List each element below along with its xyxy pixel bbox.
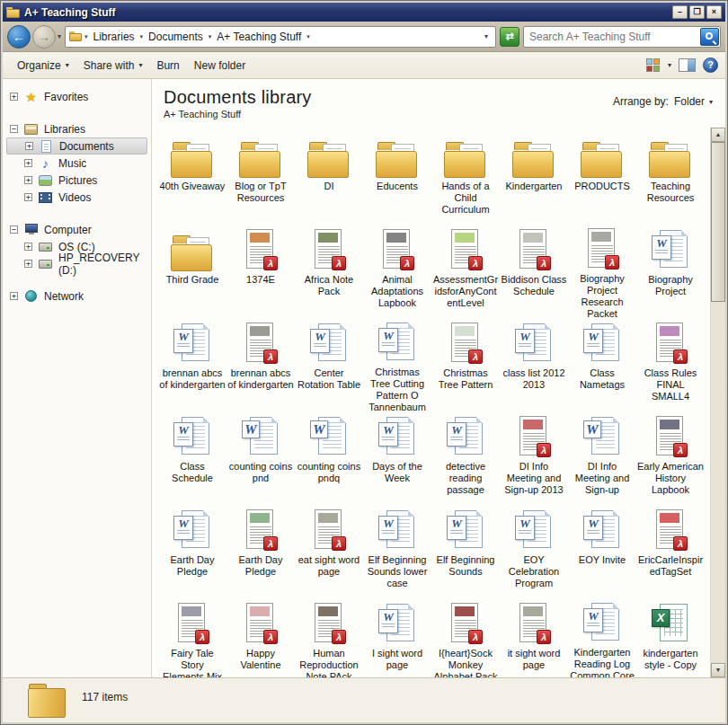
file-item[interactable]: λit sight word page [500, 600, 568, 677]
file-item[interactable]: Wclass list 2012 2013 [500, 320, 568, 413]
sidebar-item-network[interactable]: +Network [6, 287, 147, 305]
expand-icon[interactable]: + [25, 142, 33, 150]
arrange-by-dropdown[interactable]: Folder ▾ [674, 95, 713, 108]
file-item[interactable]: λAfrica Note Pack [295, 226, 363, 320]
burn-button[interactable]: Burn [149, 56, 186, 75]
expand-icon[interactable]: + [24, 176, 32, 184]
change-view-button[interactable] [646, 58, 661, 73]
recent-pages-chevron-icon[interactable]: ▾ [58, 32, 61, 40]
file-item[interactable]: WKindergarten Reading Log Common Core Co [568, 600, 636, 677]
file-item[interactable]: λChristmas Tree Pattern [431, 320, 500, 413]
expand-icon[interactable]: + [10, 292, 18, 300]
file-item[interactable]: WDI Info Meeting and Sign-up [568, 413, 636, 507]
search-button[interactable] [700, 28, 719, 46]
file-item[interactable]: WEarth Day Pledge [158, 507, 226, 600]
file-item[interactable]: λ1374E [226, 226, 295, 320]
back-button[interactable]: ← [7, 25, 31, 49]
organize-button[interactable]: Organize▾ [10, 56, 76, 75]
file-item[interactable]: 40th Giveaway [158, 133, 226, 226]
sidebar-item-music[interactable]: +♪Music [6, 155, 147, 172]
sidebar-item-videos[interactable]: +Videos [6, 189, 147, 206]
scroll-up-button[interactable]: ▲ [711, 128, 725, 142]
share-with-button[interactable]: Share with▾ [76, 56, 150, 75]
chevron-down-icon[interactable]: ▾ [206, 33, 215, 40]
file-item[interactable]: λI{heart}Sock Monkey Alphabet Pack [431, 600, 500, 677]
file-item[interactable]: λEricCarleInspiredTagSet [636, 507, 705, 600]
address-dropdown-icon[interactable]: ▾ [481, 32, 492, 40]
minimize-button[interactable]: – [672, 5, 688, 19]
file-item[interactable]: Wcounting coins pndq [295, 413, 363, 507]
file-item[interactable]: WChristmas Tree Cutting Pattern O Tannen… [363, 320, 431, 413]
file-item[interactable]: WElf Beginning Sounds [431, 507, 500, 600]
file-item[interactable]: WEOY Celebration Program [500, 507, 568, 600]
sidebar-item-favorites[interactable]: +★Favorites [6, 88, 147, 105]
file-item[interactable]: λeat sight word page [295, 507, 363, 600]
breadcrumb-folder-icon[interactable] [69, 31, 82, 41]
file-item[interactable]: Third Grade [158, 226, 226, 320]
file-item[interactable]: PRODUCTS [568, 133, 636, 226]
file-item[interactable]: Wdetective reading passage [431, 413, 500, 507]
file-item[interactable]: WClass Nametags [568, 320, 636, 413]
forward-button[interactable]: → [32, 25, 56, 49]
breadcrumb-item-a-teaching-stuff[interactable]: A+ Teaching Stuff [214, 29, 304, 45]
vertical-scrollbar[interactable]: ▲ ▼ [710, 128, 725, 677]
scrollbar-track[interactable] [711, 142, 725, 663]
search-input[interactable] [524, 31, 700, 43]
file-item[interactable]: WEOY Invite [568, 507, 636, 600]
file-item[interactable]: WCenter Rotation Table [295, 320, 363, 413]
file-item[interactable]: λHappy Valentine [226, 600, 295, 677]
sidebar-item-computer[interactable]: −Computer [6, 221, 147, 238]
expand-icon[interactable]: + [24, 243, 32, 251]
expand-icon[interactable]: + [24, 193, 32, 201]
sidebar-item-libraries[interactable]: −Libraries [6, 120, 147, 137]
expand-icon[interactable]: + [24, 159, 32, 167]
collapse-icon[interactable]: − [10, 125, 18, 133]
file-item[interactable]: λAssessmentGridsforAnyContentLevel [431, 226, 500, 320]
preview-pane-button[interactable] [679, 58, 696, 72]
file-item[interactable]: WClass Schedule [158, 413, 226, 507]
views-dropdown-icon[interactable]: ▾ [668, 61, 671, 69]
scrollbar-thumb[interactable] [711, 142, 725, 302]
file-item[interactable]: λAnimal Adaptations Lapbook [363, 226, 431, 320]
scroll-down-button[interactable]: ▼ [711, 663, 725, 677]
sidebar-item-pictures[interactable]: +Pictures [6, 172, 147, 189]
chevron-down-icon[interactable]: ▾ [304, 33, 313, 40]
file-item[interactable]: λEarly American History Lapbook [636, 413, 705, 507]
new-folder-button[interactable]: New folder [187, 56, 253, 75]
chevron-down-icon[interactable]: ▾ [82, 33, 91, 40]
file-item[interactable]: λbrennan abcs of kindergarten [226, 320, 295, 413]
file-item[interactable]: λClass Rules FINAL SMALL4 [636, 320, 705, 413]
expand-icon[interactable]: + [10, 93, 18, 101]
expand-icon[interactable]: + [24, 260, 32, 268]
file-item[interactable]: λHuman Reproduction Note PAck [295, 600, 363, 677]
file-item[interactable]: Educents [363, 133, 431, 226]
close-button[interactable]: × [706, 5, 722, 19]
help-button[interactable]: ? [703, 57, 718, 73]
sidebar-item-hp-recovery-d[interactable]: +HP_RECOVERY (D:) [6, 255, 147, 272]
breadcrumb-item-libraries[interactable]: Libraries [91, 29, 138, 45]
collapse-icon[interactable]: − [10, 225, 18, 234]
maximize-button[interactable]: ❒ [689, 5, 705, 19]
file-item[interactable]: DI [295, 133, 363, 226]
file-item[interactable]: λFairy Tale Story Elements Mix [158, 600, 226, 677]
file-item[interactable]: Teaching Resources [636, 133, 705, 226]
file-item[interactable]: WI sight word page [363, 600, 431, 677]
file-item[interactable]: Wcounting coins pnd [226, 413, 295, 507]
file-item[interactable]: Xkindergarten style - Copy [636, 600, 705, 677]
file-item[interactable]: λDI Info Meeting and Sign-up 2013 [500, 413, 568, 507]
chevron-down-icon[interactable]: ▾ [138, 33, 146, 40]
file-item[interactable]: Blog or TpT Resources [226, 133, 295, 226]
sidebar-item-documents[interactable]: +Documents [6, 137, 147, 155]
refresh-button[interactable]: ⇄ [500, 27, 519, 47]
file-item[interactable]: λEarth Day Pledge [226, 507, 295, 600]
file-item[interactable]: WElf Beginning Sounds lower case [363, 507, 431, 600]
file-item[interactable]: λBiddison Class Schedule [500, 226, 568, 320]
file-item[interactable]: Hands of a Child Curriculum [431, 133, 500, 226]
file-item[interactable]: λBiography Project Research Packet [568, 226, 636, 320]
breadcrumb-item-documents[interactable]: Documents [146, 29, 206, 45]
file-item[interactable]: WDays of the Week [363, 413, 431, 507]
file-item[interactable]: Kindergarten [500, 133, 568, 226]
file-item[interactable]: Wbrennan abcs of kindergarten [158, 320, 226, 413]
address-bar[interactable]: ▾ Libraries▾Documents▾A+ Teaching Stuff▾… [65, 26, 496, 48]
file-item[interactable]: WBiography Project [636, 226, 705, 320]
